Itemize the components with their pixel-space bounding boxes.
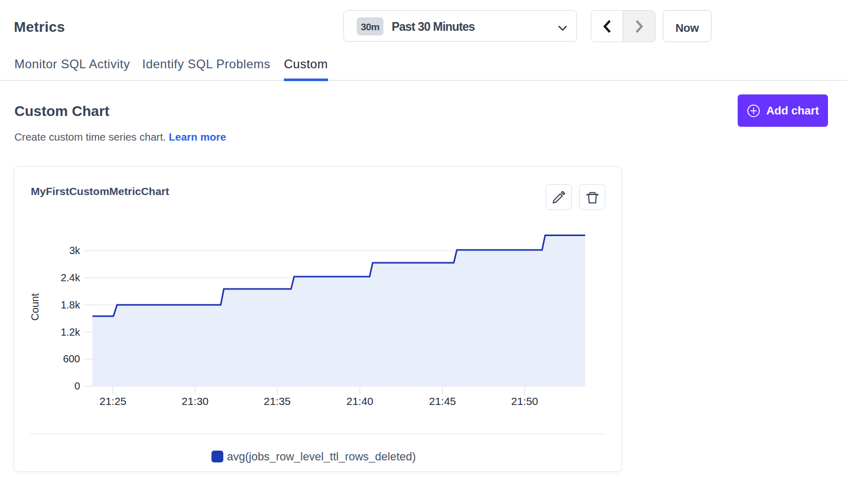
- svg-text:2.4k: 2.4k: [61, 272, 81, 283]
- svg-text:21:50: 21:50: [511, 395, 538, 407]
- svg-text:21:40: 21:40: [346, 395, 374, 407]
- svg-text:0: 0: [74, 380, 80, 392]
- svg-text:1.8k: 1.8k: [61, 299, 81, 311]
- svg-text:21:45: 21:45: [429, 395, 456, 407]
- svg-text:1.2k: 1.2k: [61, 326, 81, 338]
- svg-text:3k: 3k: [69, 245, 81, 256]
- svg-text:Count: Count: [29, 293, 41, 321]
- svg-text:21:25: 21:25: [100, 395, 127, 407]
- svg-text:avg(jobs_row_level_ttl_rows_de: avg(jobs_row_level_ttl_rows_deleted): [227, 450, 416, 463]
- svg-text:21:30: 21:30: [182, 395, 209, 407]
- svg-text:21:35: 21:35: [264, 395, 291, 407]
- svg-text:600: 600: [63, 353, 80, 364]
